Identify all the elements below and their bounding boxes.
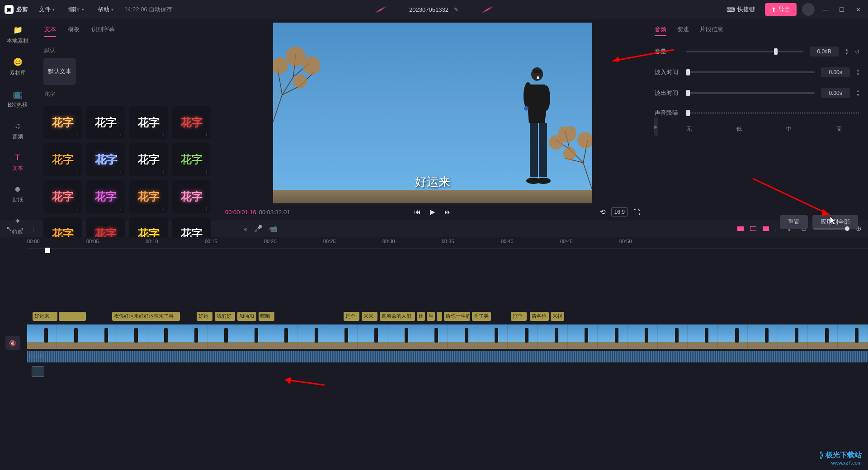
svg-line-22 <box>285 380 325 385</box>
audio-track[interactable]: 好运来 <box>27 351 868 362</box>
huazi-item[interactable]: 花字↓ <box>86 180 125 213</box>
record-button[interactable]: 📹 <box>269 225 278 233</box>
collapse-right-icon[interactable]: ▶ <box>654 118 658 136</box>
asset-tabs: 文本模板识别字幕 <box>35 19 219 41</box>
subtitle-clip[interactable]: 打个 <box>511 312 527 321</box>
prev-button[interactable]: ⏮ <box>414 208 421 216</box>
cursor-tool[interactable]: ↖ <box>6 225 12 233</box>
autosave-status: 14:22:06 自动保存 <box>124 5 172 14</box>
prop-tab-音频[interactable]: 音频 <box>655 24 666 36</box>
track-color-2[interactable] <box>750 226 756 231</box>
fullscreen-icon[interactable]: ⛶ <box>633 208 640 216</box>
minimize-button[interactable]: — <box>820 4 831 15</box>
slider-音量[interactable] <box>686 51 803 52</box>
slider-淡入时间[interactable] <box>686 71 815 73</box>
avatar[interactable] <box>802 3 815 16</box>
tab-识别字幕[interactable]: 识别字幕 <box>91 23 115 37</box>
zoom-slider[interactable] <box>813 228 849 230</box>
huazi-item[interactable]: 花字↓ <box>129 143 168 176</box>
subtitle-clip[interactable]: 来祝 <box>551 312 564 321</box>
aspect-ratio[interactable]: 16:9 <box>611 207 628 216</box>
svg-point-8 <box>531 67 543 81</box>
subtitle-clip[interactable]: 祝你好运来好好运带来了喜 <box>112 312 180 321</box>
subtitle-clip[interactable] <box>437 312 442 321</box>
subtitle-clip[interactable] <box>59 312 86 321</box>
subtitle-clip[interactable]: 跑着命的人们 <box>380 312 415 321</box>
huazi-item[interactable]: 花字↓ <box>172 143 211 176</box>
nav-素材库[interactable]: 😊素材库 <box>0 51 35 83</box>
slider-value[interactable]: 0.00s <box>821 67 850 77</box>
huazi-item[interactable]: 花字↓ <box>86 143 125 176</box>
close-button[interactable]: ✕ <box>853 4 863 15</box>
subtitle-clip[interactable]: 为了美 <box>472 312 491 321</box>
download-icon: ↓ <box>205 131 208 137</box>
tab-文本[interactable]: 文本 <box>44 23 56 37</box>
subtitle-clip[interactable]: 来来 <box>362 312 377 321</box>
export-icon: ⬆ <box>771 6 776 13</box>
spinner[interactable]: ▲▼ <box>856 89 860 97</box>
subtitle-clip[interactable]: 好运来 <box>33 312 57 321</box>
subtitle-clip[interactable]: 生 <box>427 312 435 321</box>
crop-icon[interactable]: ⟲ <box>600 208 606 216</box>
spinner[interactable]: ▲▼ <box>845 47 849 56</box>
huazi-item[interactable]: 花字↓ <box>129 106 168 139</box>
menu-help[interactable]: 帮助▾ <box>95 4 116 15</box>
property-tabs: 音频变速片段信息 <box>655 19 860 41</box>
chevron-down-icon[interactable]: ▾ <box>21 226 24 231</box>
tab-模板[interactable]: 模板 <box>68 23 80 37</box>
noise-slider[interactable] <box>686 112 860 114</box>
huazi-item[interactable]: 花字↓ <box>172 180 211 213</box>
nav-贴纸[interactable]: ☻贴纸 <box>0 179 35 210</box>
huazi-item[interactable]: 花字↓ <box>86 106 125 139</box>
maximize-button[interactable]: ☐ <box>836 4 847 15</box>
default-text-item[interactable]: 默认文本 <box>43 58 76 85</box>
huazi-item[interactable]: 花字↓ <box>172 106 211 139</box>
slider-label: 淡出时间 <box>655 89 680 97</box>
export-button[interactable]: ⬆导出 <box>765 3 797 16</box>
prop-tab-变速[interactable]: 变速 <box>677 24 689 36</box>
ruler-tick: 00:30 <box>382 239 395 244</box>
edit-icon[interactable]: ✎ <box>454 6 459 13</box>
subtitle-clip[interactable]: 是个 <box>344 312 359 321</box>
timeline[interactable]: 00:0000:0500:1000:1500:2000:2500:3000:35… <box>0 237 868 470</box>
nav-文本[interactable]: T文本 <box>0 147 35 179</box>
spinner[interactable]: ▲▼ <box>856 68 860 76</box>
huazi-item[interactable]: 花字↓ <box>43 106 82 139</box>
huazi-item[interactable]: 花字↓ <box>129 180 168 213</box>
subtitle-clip[interactable]: 比 <box>417 312 425 321</box>
subtitle-clip[interactable]: 给你一生的 <box>444 312 470 321</box>
slider-value[interactable]: 0.00s <box>821 88 850 98</box>
subtitle-clip[interactable]: 我们好 <box>215 312 235 321</box>
play-button[interactable]: ▶ <box>430 208 435 216</box>
nav-本地素材[interactable]: 📁本地素材 <box>0 19 35 51</box>
menu-edit[interactable]: 编辑▾ <box>66 4 87 15</box>
subtitle-clip[interactable]: 请各位 <box>530 312 549 321</box>
nav-音频[interactable]: ♫音频 <box>0 115 35 147</box>
track-color-1[interactable] <box>737 226 744 231</box>
noise-level-label: 中 <box>786 125 792 133</box>
huazi-item[interactable]: 花字↓ <box>43 143 82 176</box>
capture-button[interactable]: ⟐ <box>244 225 248 233</box>
slider-淡出时间[interactable] <box>686 92 815 94</box>
nav-icon: T <box>15 153 20 162</box>
player-bar: 00:00:01.16 00:03:32.01 ⏮ ▶ ⏭ ⟲ 16:9 ⛶ <box>219 203 646 221</box>
nav-B站热榜[interactable]: 📺B站热榜 <box>0 83 35 115</box>
prop-tab-片段信息[interactable]: 片段信息 <box>700 24 723 36</box>
video-preview[interactable]: 好运来 <box>273 23 592 203</box>
subtitle-clip[interactable]: 嘿哟 <box>259 312 274 321</box>
reset-icon[interactable]: ↺ <box>855 48 860 55</box>
huazi-item[interactable]: 花字↓ <box>43 180 82 213</box>
ruler-tick: 00:50 <box>619 239 632 244</box>
track-color-3[interactable] <box>763 226 769 231</box>
subtitle-clip[interactable]: 好运 <box>197 312 212 321</box>
video-track[interactable] <box>27 324 868 349</box>
time-ruler[interactable]: 00:0000:0500:1000:1500:2000:2500:3000:35… <box>27 237 868 249</box>
subtitle-clip[interactable]: 加油加 <box>237 312 256 321</box>
shortcut-button[interactable]: ⌨快捷键 <box>722 4 760 15</box>
slider-value[interactable]: 0.0dB <box>810 47 839 56</box>
mute-button[interactable]: 🔇 <box>5 336 20 350</box>
next-button[interactable]: ⏭ <box>444 208 451 216</box>
menu-file[interactable]: 文件▾ <box>36 4 57 15</box>
mic-button[interactable]: 🎤 <box>254 225 263 233</box>
extra-clip[interactable] <box>32 366 44 377</box>
